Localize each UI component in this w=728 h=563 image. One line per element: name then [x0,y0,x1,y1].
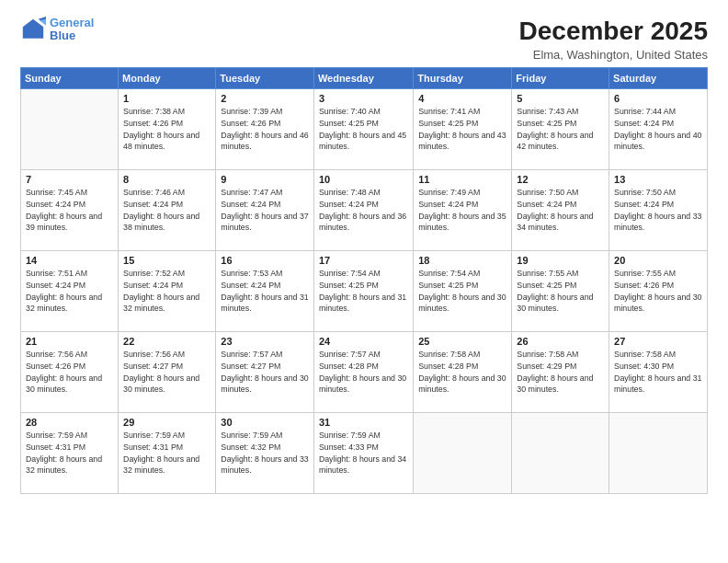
day-number: 15 [123,255,210,266]
day-number: 18 [418,255,506,266]
day-cell [512,413,609,494]
day-number: 22 [123,336,210,347]
day-cell: 27Sunrise: 7:58 AMSunset: 4:30 PMDayligh… [609,332,708,413]
day-number: 31 [319,417,408,428]
day-info: Sunrise: 7:55 AMSunset: 4:25 PMDaylight:… [517,268,604,315]
week-row-2: 14Sunrise: 7:51 AMSunset: 4:24 PMDayligh… [21,251,708,332]
day-cell [609,413,708,494]
day-cell: 30Sunrise: 7:59 AMSunset: 4:32 PMDayligh… [216,413,314,494]
day-cell: 22Sunrise: 7:56 AMSunset: 4:27 PMDayligh… [119,332,216,413]
day-info: Sunrise: 7:51 AMSunset: 4:24 PMDaylight:… [26,268,113,315]
day-info: Sunrise: 7:40 AMSunset: 4:25 PMDaylight:… [319,106,408,153]
day-info: Sunrise: 7:57 AMSunset: 4:28 PMDaylight:… [319,349,408,396]
day-info: Sunrise: 7:38 AMSunset: 4:26 PMDaylight:… [123,106,210,153]
day-number: 21 [26,336,113,347]
day-number: 19 [517,255,604,266]
day-number: 30 [221,417,309,428]
col-header-saturday: Saturday [609,68,708,89]
day-info: Sunrise: 7:58 AMSunset: 4:28 PMDaylight:… [418,349,506,396]
day-info: Sunrise: 7:54 AMSunset: 4:25 PMDaylight:… [319,268,408,315]
day-cell: 24Sunrise: 7:57 AMSunset: 4:28 PMDayligh… [313,332,413,413]
page: General Blue December 2025 Elma, Washing… [0,0,728,563]
day-cell [21,89,119,170]
day-info: Sunrise: 7:58 AMSunset: 4:30 PMDaylight:… [614,349,702,396]
col-header-sunday: Sunday [21,68,119,89]
day-info: Sunrise: 7:50 AMSunset: 4:24 PMDaylight:… [614,187,702,234]
day-cell: 21Sunrise: 7:56 AMSunset: 4:26 PMDayligh… [21,332,119,413]
calendar: SundayMondayTuesdayWednesdayThursdayFrid… [20,67,708,494]
day-number: 16 [221,255,309,266]
day-cell [414,413,512,494]
day-cell: 23Sunrise: 7:57 AMSunset: 4:27 PMDayligh… [216,332,314,413]
day-info: Sunrise: 7:59 AMSunset: 4:31 PMDaylight:… [123,430,210,477]
col-header-wednesday: Wednesday [313,68,413,89]
day-info: Sunrise: 7:46 AMSunset: 4:24 PMDaylight:… [123,187,210,234]
day-cell: 26Sunrise: 7:58 AMSunset: 4:29 PMDayligh… [512,332,609,413]
day-cell: 14Sunrise: 7:51 AMSunset: 4:24 PMDayligh… [21,251,119,332]
day-info: Sunrise: 7:58 AMSunset: 4:29 PMDaylight:… [517,349,604,396]
day-number: 6 [614,93,702,104]
day-number: 26 [517,336,604,347]
day-info: Sunrise: 7:55 AMSunset: 4:26 PMDaylight:… [614,268,702,315]
day-info: Sunrise: 7:56 AMSunset: 4:26 PMDaylight:… [26,349,113,396]
day-cell: 8Sunrise: 7:46 AMSunset: 4:24 PMDaylight… [119,170,216,251]
day-info: Sunrise: 7:47 AMSunset: 4:24 PMDaylight:… [221,187,309,234]
day-cell: 12Sunrise: 7:50 AMSunset: 4:24 PMDayligh… [512,170,609,251]
day-cell: 15Sunrise: 7:52 AMSunset: 4:24 PMDayligh… [119,251,216,332]
day-number: 28 [26,417,113,428]
day-cell: 19Sunrise: 7:55 AMSunset: 4:25 PMDayligh… [512,251,609,332]
day-info: Sunrise: 7:57 AMSunset: 4:27 PMDaylight:… [221,349,309,396]
day-number: 8 [123,174,210,185]
svg-marker-0 [23,19,43,39]
day-cell: 3Sunrise: 7:40 AMSunset: 4:25 PMDaylight… [313,89,413,170]
day-info: Sunrise: 7:48 AMSunset: 4:24 PMDaylight:… [319,187,408,234]
logo-line2: Blue [50,29,75,42]
day-number: 17 [319,255,408,266]
week-row-3: 21Sunrise: 7:56 AMSunset: 4:26 PMDayligh… [21,332,708,413]
header: General Blue December 2025 Elma, Washing… [20,17,708,62]
day-number: 3 [319,93,408,104]
logo-text: General Blue [50,17,94,43]
day-info: Sunrise: 7:44 AMSunset: 4:24 PMDaylight:… [614,106,702,153]
day-cell: 29Sunrise: 7:59 AMSunset: 4:31 PMDayligh… [119,413,216,494]
day-info: Sunrise: 7:50 AMSunset: 4:24 PMDaylight:… [517,187,604,234]
col-header-monday: Monday [119,68,216,89]
calendar-header-row: SundayMondayTuesdayWednesdayThursdayFrid… [21,68,708,89]
col-header-thursday: Thursday [414,68,512,89]
day-cell: 7Sunrise: 7:45 AMSunset: 4:24 PMDaylight… [21,170,119,251]
week-row-0: 1Sunrise: 7:38 AMSunset: 4:26 PMDaylight… [21,89,708,170]
title-block: December 2025 Elma, Washington, United S… [519,17,708,62]
day-info: Sunrise: 7:41 AMSunset: 4:25 PMDaylight:… [418,106,506,153]
day-cell: 13Sunrise: 7:50 AMSunset: 4:24 PMDayligh… [609,170,708,251]
day-cell: 11Sunrise: 7:49 AMSunset: 4:24 PMDayligh… [414,170,512,251]
day-info: Sunrise: 7:49 AMSunset: 4:24 PMDaylight:… [418,187,506,234]
day-info: Sunrise: 7:53 AMSunset: 4:24 PMDaylight:… [221,268,309,315]
day-cell: 31Sunrise: 7:59 AMSunset: 4:33 PMDayligh… [313,413,413,494]
day-cell: 6Sunrise: 7:44 AMSunset: 4:24 PMDaylight… [609,89,708,170]
day-info: Sunrise: 7:59 AMSunset: 4:32 PMDaylight:… [221,430,309,477]
day-info: Sunrise: 7:59 AMSunset: 4:31 PMDaylight:… [26,430,113,477]
col-header-tuesday: Tuesday [216,68,314,89]
day-info: Sunrise: 7:39 AMSunset: 4:26 PMDaylight:… [221,106,309,153]
day-number: 12 [517,174,604,185]
day-number: 23 [221,336,309,347]
day-number: 5 [517,93,604,104]
day-number: 2 [221,93,309,104]
day-number: 29 [123,417,210,428]
day-info: Sunrise: 7:52 AMSunset: 4:24 PMDaylight:… [123,268,210,315]
day-info: Sunrise: 7:43 AMSunset: 4:25 PMDaylight:… [517,106,604,153]
day-info: Sunrise: 7:59 AMSunset: 4:33 PMDaylight:… [319,430,408,477]
day-number: 10 [319,174,408,185]
day-cell: 10Sunrise: 7:48 AMSunset: 4:24 PMDayligh… [313,170,413,251]
day-number: 27 [614,336,702,347]
day-number: 11 [418,174,506,185]
day-number: 7 [26,174,113,185]
day-number: 9 [221,174,309,185]
week-row-1: 7Sunrise: 7:45 AMSunset: 4:24 PMDaylight… [21,170,708,251]
day-cell: 1Sunrise: 7:38 AMSunset: 4:26 PMDaylight… [119,89,216,170]
day-info: Sunrise: 7:45 AMSunset: 4:24 PMDaylight:… [26,187,113,234]
day-cell: 28Sunrise: 7:59 AMSunset: 4:31 PMDayligh… [21,413,119,494]
logo-line1: General [50,16,94,29]
subtitle: Elma, Washington, United States [519,48,708,62]
week-row-4: 28Sunrise: 7:59 AMSunset: 4:31 PMDayligh… [21,413,708,494]
